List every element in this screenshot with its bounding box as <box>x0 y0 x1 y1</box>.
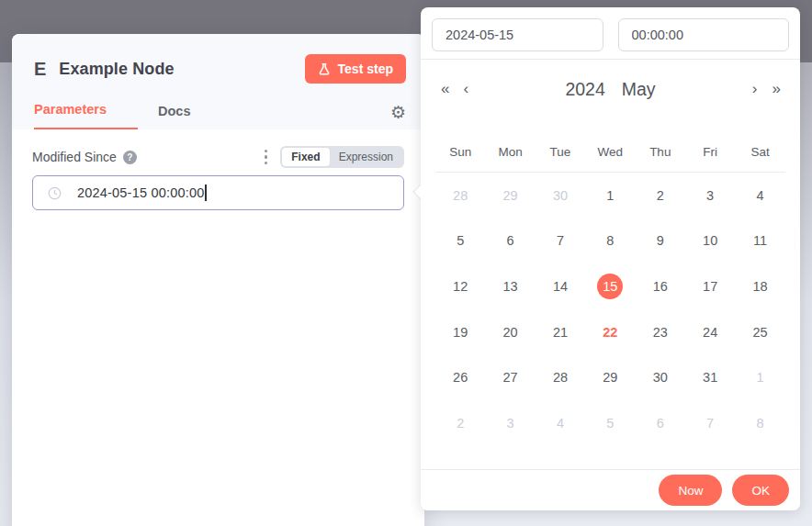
calendar-day-7[interactable]: 7 <box>685 400 735 446</box>
day-header-thu: Thu <box>636 145 685 159</box>
time-input[interactable] <box>618 18 790 51</box>
nav-label: 2024May <box>468 76 752 102</box>
calendar-day-17[interactable]: 17 <box>685 263 735 309</box>
calendar-week: 12131415161718 <box>435 263 785 309</box>
calendar-day-3[interactable]: 3 <box>485 400 535 446</box>
month-label[interactable]: May <box>622 79 656 99</box>
day-header-fri: Fri <box>685 145 735 159</box>
calendar-day-28[interactable]: 28 <box>536 354 585 400</box>
prev-year-button[interactable]: « <box>441 76 448 102</box>
calendar-day-31[interactable]: 31 <box>685 354 735 400</box>
calendar-day-8[interactable]: 8 <box>585 218 635 264</box>
calendar-day-24[interactable]: 24 <box>685 309 735 355</box>
kebab-menu-icon[interactable] <box>263 148 270 167</box>
next-month-button[interactable]: › <box>752 76 758 102</box>
calendar-day-16[interactable]: 16 <box>636 263 685 309</box>
calendar-day-2[interactable]: 2 <box>636 173 685 218</box>
mode-expression-option[interactable]: Expression <box>330 148 402 166</box>
calendar-day-10[interactable]: 10 <box>685 218 735 264</box>
datetime-input[interactable]: 2024-05-15 00:00:00 <box>32 175 404 210</box>
gear-icon[interactable]: ⚙ <box>390 104 406 121</box>
calendar-week: 2345678 <box>435 400 785 446</box>
date-input[interactable] <box>432 18 603 51</box>
ok-button[interactable]: OK <box>732 475 789 506</box>
test-step-label: Test step <box>338 62 393 76</box>
calendar-day-23[interactable]: 23 <box>636 309 685 355</box>
calendar-day-3[interactable]: 3 <box>685 173 735 218</box>
calendar-day-5[interactable]: 5 <box>435 218 485 264</box>
calendar-day-28[interactable]: 28 <box>435 173 485 218</box>
mode-fixed-option[interactable]: Fixed <box>282 148 329 166</box>
calendar-day-11[interactable]: 11 <box>735 218 784 264</box>
calendar-day-13[interactable]: 13 <box>485 263 535 309</box>
calendar-day-22[interactable]: 22 <box>585 309 635 355</box>
calendar-day-1[interactable]: 1 <box>585 173 635 218</box>
calendar-day-27[interactable]: 27 <box>485 354 535 400</box>
datepicker-inputs <box>421 7 800 60</box>
calendar-week: 567891011 <box>435 218 785 264</box>
calendar-day-9[interactable]: 9 <box>636 218 685 264</box>
tab-docs[interactable]: Docs <box>158 104 190 129</box>
parameter-actions: Fixed Expression <box>263 146 404 168</box>
calendar-day-29[interactable]: 29 <box>485 173 535 218</box>
calendar-day-6[interactable]: 6 <box>485 218 535 264</box>
node-icon: E <box>34 59 46 80</box>
day-header-sat: Sat <box>735 145 784 159</box>
calendar-day-6[interactable]: 6 <box>636 400 685 446</box>
flask-icon <box>318 62 331 76</box>
day-header-sun: Sun <box>435 145 485 159</box>
calendar-week: 19202122232425 <box>435 309 785 355</box>
datepicker-footer: Now OK <box>421 469 800 510</box>
node-title: Example Node <box>59 60 174 79</box>
calendar-day-5[interactable]: 5 <box>585 400 635 446</box>
node-detail-panel: E Example Node Test step Parameters Docs… <box>12 34 424 526</box>
calendar-day-20[interactable]: 20 <box>485 309 535 355</box>
calendar-day-1[interactable]: 1 <box>735 354 784 400</box>
calendar-day-21[interactable]: 21 <box>536 309 585 355</box>
calendar-day-18[interactable]: 18 <box>735 263 784 309</box>
datetime-value: 2024-05-15 00:00:00 <box>77 185 204 200</box>
parameter-row: Modified Since ? Fixed Expression <box>32 146 404 168</box>
day-headers: SunMonTueWedThuFriSat <box>435 145 785 173</box>
calendar-week: 2829301234 <box>435 173 785 218</box>
datepicker-nav: « ‹ 2024May › » <box>421 60 800 102</box>
value-mode-toggle: Fixed Expression <box>280 146 404 168</box>
calendar-day-4[interactable]: 4 <box>735 173 784 218</box>
calendar-week: 2627282930311 <box>435 354 785 400</box>
calendar-day-14[interactable]: 14 <box>536 263 585 309</box>
next-year-button[interactable]: » <box>773 76 780 102</box>
calendar-day-12[interactable]: 12 <box>435 263 485 309</box>
node-title-row: E Example Node Test step <box>34 54 406 84</box>
text-caret <box>205 185 207 201</box>
calendar-day-30[interactable]: 30 <box>536 173 585 218</box>
calendar-day-30[interactable]: 30 <box>636 354 685 400</box>
parameter-label: Modified Since <box>32 150 117 164</box>
node-panel-body: Modified Since ? Fixed Expression 2024-0… <box>12 129 424 227</box>
calendar-day-25[interactable]: 25 <box>735 309 784 355</box>
day-header-wed: Wed <box>585 145 635 159</box>
tabs-row: Parameters Docs ⚙ <box>34 102 406 129</box>
now-button[interactable]: Now <box>659 475 722 506</box>
calendar-grid: 2829301234567891011121314151617181920212… <box>435 173 785 446</box>
calendar-day-2[interactable]: 2 <box>435 400 485 446</box>
calendar-day-29[interactable]: 29 <box>585 354 635 400</box>
day-header-mon: Mon <box>485 145 535 159</box>
day-header-tue: Tue <box>536 145 585 159</box>
node-panel-header: E Example Node Test step Parameters Docs… <box>12 34 424 129</box>
calendar-day-26[interactable]: 26 <box>435 354 485 400</box>
calendar-day-7[interactable]: 7 <box>536 218 585 264</box>
test-step-button[interactable]: Test step <box>305 54 406 84</box>
calendar-day-8[interactable]: 8 <box>735 400 784 446</box>
datepicker-popover: « ‹ 2024May › » SunMonTueWedThuFriSat 28… <box>421 7 800 510</box>
tab-parameters[interactable]: Parameters <box>34 102 138 129</box>
help-icon[interactable]: ? <box>123 151 137 164</box>
year-label[interactable]: 2024 <box>565 79 604 99</box>
calendar-day-19[interactable]: 19 <box>435 309 485 355</box>
calendar-day-15[interactable]: 15 <box>585 263 635 309</box>
clock-icon <box>48 186 62 200</box>
calendar-day-4[interactable]: 4 <box>536 400 585 446</box>
